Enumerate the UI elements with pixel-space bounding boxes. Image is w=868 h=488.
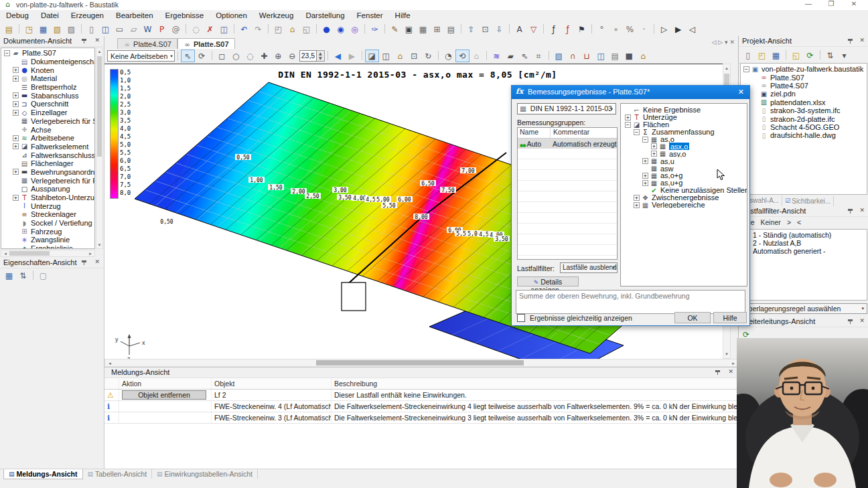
tree-item[interactable]: +▦as,u+g (624, 179, 747, 187)
cursor-mode-3-icon[interactable]: ◁ (685, 23, 699, 35)
lastfall-item[interactable]: Automatisch generiert - (753, 247, 867, 255)
pin-icon[interactable] (715, 370, 720, 372)
expander-icon[interactable]: + (13, 101, 19, 107)
tab-einwirkungstabellenansicht[interactable]: ▤Einwirkungstabellen-Ansicht (152, 469, 258, 479)
tree-item[interactable]: +▦asy,o (624, 150, 747, 157)
export-word-icon[interactable]: W (141, 23, 155, 35)
tree-item[interactable]: +❖Zwischenergebnisse (624, 194, 747, 201)
menu-debug[interactable]: Debug (0, 10, 35, 21)
tree-item[interactable]: ▯draufsicht-halle.dwg (742, 131, 867, 139)
save-copy-icon[interactable]: ▨ (64, 23, 78, 35)
loads-display-icon[interactable]: ≋ (490, 50, 504, 62)
view-forward-icon[interactable]: ▶ (345, 50, 359, 62)
workplane-combo[interactable]: Keine Arbeitseben▾ (107, 50, 175, 62)
expander-icon[interactable]: + (651, 151, 657, 157)
expander-icon[interactable]: − (4, 50, 10, 56)
tree-item[interactable]: ▣ziel.pdn (742, 90, 867, 98)
menu-hilfe[interactable]: Hilfe (389, 10, 417, 21)
filter-funnel-icon[interactable]: ▽ (526, 23, 540, 35)
zoom-window-icon[interactable]: ◻ (215, 50, 229, 62)
node-select-icon[interactable]: ◉ (334, 23, 348, 35)
expander-icon[interactable]: − (743, 66, 749, 72)
sort-dropdown-icon[interactable]: ▾ (837, 49, 851, 62)
menu-optionen[interactable]: Optionen (210, 10, 253, 21)
column-header[interactable]: Beschreibung (332, 378, 739, 389)
expander-icon[interactable]: + (13, 110, 19, 116)
tree-item[interactable]: ⊞Fahrzeug (3, 227, 94, 236)
filter-link-<[interactable]: < (797, 218, 801, 226)
tree-item[interactable]: ▯strakon-2d-platte.ifc (742, 114, 867, 123)
result-solid-icon[interactable]: ■ (622, 50, 636, 62)
upload-model-icon[interactable]: ⇧ (464, 23, 478, 35)
tree-item[interactable]: □Aussparung (3, 185, 94, 193)
filter-link->[interactable]: > (787, 218, 791, 226)
open-icon[interactable]: ◳ (22, 23, 36, 35)
table-row[interactable]: ℹFWE-Streckeneinw. 3 (Lf Automatisch gen… (104, 412, 739, 424)
function-fx-icon[interactable]: ƒ (547, 23, 561, 35)
expander-icon[interactable]: + (642, 158, 648, 164)
parent-folder-icon[interactable]: ◱ (789, 49, 803, 62)
snap-point-2-icon[interactable]: ∘ (609, 23, 623, 35)
zoom-out-icon[interactable]: ⊖ (285, 50, 299, 62)
lasso-select-icon[interactable]: ◌ (189, 23, 203, 35)
minimize-button[interactable]: — (798, 0, 818, 9)
tree-item[interactable]: ▦Verlegebereich für Faltwerkse (3, 176, 94, 185)
section-box-icon[interactable]: ◫ (379, 50, 393, 62)
tree-item[interactable]: +◇Einzellager (3, 108, 94, 117)
menu-werkzeug[interactable]: Werkzeug (253, 10, 300, 21)
groups-table-row[interactable]: ●●AutoAutomatisch erzeugt (518, 139, 617, 149)
tree-item[interactable]: ☰Brettsperrholz (3, 83, 94, 92)
tree-item[interactable]: +●Knoten (3, 66, 94, 74)
raster-snap-icon[interactable]: ⌗ (532, 50, 546, 62)
menu-datei[interactable]: Datei (35, 10, 65, 21)
expander-icon[interactable]: + (13, 92, 19, 98)
zoom-dynamic-icon[interactable]: ○ (229, 50, 243, 62)
measure-table-icon[interactable]: ⊞ (430, 23, 444, 35)
result-house-icon[interactable]: ⌂ (636, 50, 650, 62)
pin-icon[interactable] (848, 319, 853, 321)
expander-icon[interactable]: + (651, 143, 657, 149)
result-door-icon[interactable]: ◫ (594, 50, 608, 62)
canvas-hscroll[interactable]: ◂ ▸ (104, 359, 739, 367)
tree-item[interactable]: ▤Dokumenteigenschaften (3, 58, 94, 66)
tree-item[interactable]: ≡Streckenlager (3, 210, 94, 219)
select-cursor-icon[interactable]: ⇖ (181, 50, 195, 62)
close-icon[interactable]: ✕ (859, 317, 865, 324)
result-support-icon[interactable]: ⊔ (580, 50, 594, 62)
new-window-icon[interactable]: ◱ (299, 23, 313, 35)
close-icon[interactable]: ✕ (94, 37, 100, 44)
zoom-in-icon[interactable]: ⊕ (271, 50, 285, 62)
tabstrip-nav-3[interactable]: ✕ (728, 39, 735, 46)
redo-icon[interactable]: ↷ (251, 23, 265, 35)
tree-item[interactable]: +▬Stabanschluss (3, 91, 94, 100)
tree-item[interactable]: +◎Material (3, 74, 94, 83)
tabstrip-nav-1[interactable]: ▷ (716, 39, 723, 46)
display-options-icon[interactable]: ▰ (504, 50, 518, 62)
close-icon[interactable]: ✕ (728, 368, 733, 375)
pin-icon[interactable] (82, 260, 86, 262)
delete-icon[interactable]: ✗ (203, 23, 217, 35)
ok-button[interactable]: OK (674, 312, 711, 323)
close-icon[interactable]: ✕ (859, 207, 865, 214)
tree-item[interactable]: ▦Verlegebereich für Stäbe/Unte (3, 117, 94, 126)
objekt-entfernen-button[interactable]: Objekt entfernen (122, 390, 206, 400)
lastfall-item[interactable]: 1 - Ständig (automatisch) (753, 231, 867, 239)
tree-item[interactable]: ⊿Faltwerksanschluss (3, 151, 94, 159)
categorized-icon[interactable]: ▦ (2, 269, 16, 282)
tree-item[interactable]: −◪Flächen (624, 121, 747, 129)
menu-fenster[interactable]: Fenster (351, 10, 389, 21)
result-arch-icon[interactable]: ∩ (566, 50, 580, 62)
close-button[interactable]: ✕ (844, 0, 864, 9)
paste-special-icon[interactable]: ◰ (271, 23, 285, 35)
dialog-close-icon[interactable]: ✕ (738, 88, 744, 96)
tree-item[interactable]: +TUnterzüge (624, 114, 747, 121)
dokumenten-vscroll[interactable]: ▴▾ (96, 48, 103, 249)
column-header[interactable] (104, 378, 119, 389)
norm-select-combo[interactable]: ▦ DIN EN 1992-1-1 2015-03 ▾ (517, 103, 616, 114)
new-item-icon[interactable]: ▯ (741, 49, 755, 62)
tree-item[interactable]: ▯strakon-3d-system.ifc (742, 106, 867, 114)
print-icon[interactable]: ▭ (113, 23, 127, 35)
snap-point-4-icon[interactable]: · (637, 23, 651, 35)
zoom-lens-icon[interactable]: ◌ (243, 50, 257, 62)
table-row[interactable]: ⚠Objekt entfernenLf 2Dieser Lastfall ent… (104, 390, 739, 401)
